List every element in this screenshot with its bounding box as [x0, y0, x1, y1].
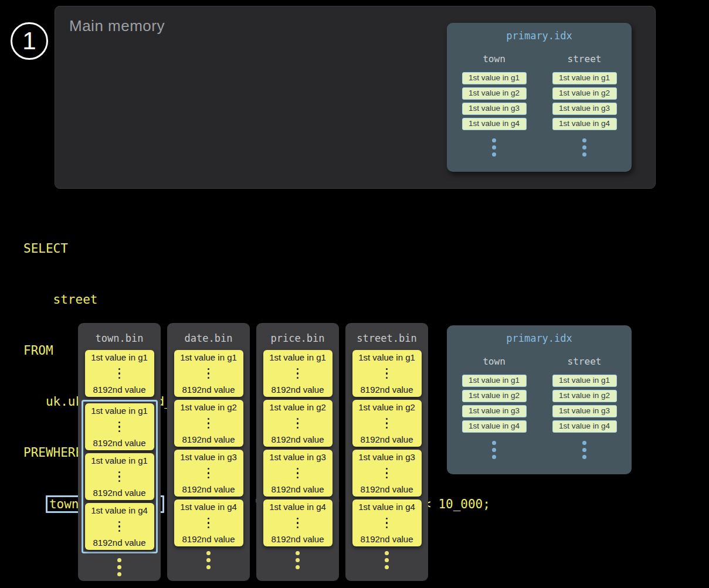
dot [208, 477, 210, 479]
dot [208, 377, 210, 379]
ellipsis-dots [78, 558, 161, 576]
ellipsis-dots [354, 368, 420, 379]
ellipsis-dots [264, 418, 331, 429]
dot [492, 441, 496, 445]
granule: 1st value in g4 8192nd value [85, 503, 154, 550]
ellipsis-dots [175, 468, 242, 479]
idx-entry: 1st value in g4 [462, 420, 527, 433]
idx-column-town-header: town [483, 356, 506, 367]
dot [208, 418, 210, 420]
granule-last-value: 8192nd value [264, 385, 331, 394]
granule: 1st value in g4 8192nd value [174, 499, 243, 546]
idx-column-town: town 1st value in g1 1st value in g2 1st… [462, 356, 527, 459]
ellipsis-dots [175, 418, 242, 429]
granule-last-value: 8192nd value [354, 485, 420, 494]
selected-granules-highlight: 1st value in g1 8192nd value 1st value i… [82, 400, 158, 553]
dot [582, 152, 586, 157]
dot [117, 572, 121, 576]
granule-last-value: 8192nd value [86, 385, 153, 394]
dot [386, 422, 388, 424]
idx-column-town-header: town [483, 53, 506, 64]
dot [297, 372, 299, 375]
granule-first-value: 1st value in g1 [264, 353, 331, 362]
granule-first-value: 1st value in g2 [264, 403, 331, 412]
granule-first-value: 1st value in g2 [175, 403, 242, 412]
dot [385, 551, 389, 555]
granule: 1st value in g4 8192nd value [352, 499, 422, 546]
dot [385, 558, 389, 562]
dot [297, 526, 299, 529]
primary-idx-columns: town 1st value in g1 1st value in g2 1st… [447, 356, 632, 459]
idx-entry: 1st value in g2 [462, 390, 527, 402]
dot [386, 427, 388, 429]
granule-last-value: 8192nd value [86, 439, 153, 447]
idx-column-street: street 1st value in g1 1st value in g2 1… [552, 53, 618, 157]
dot [492, 138, 496, 142]
granule: 1st value in g1 8192nd value [85, 350, 154, 397]
main-memory-title: Main memory [69, 17, 165, 35]
dot [386, 468, 388, 470]
dot [118, 430, 121, 433]
dot [492, 455, 496, 459]
dot [118, 521, 121, 524]
dot [208, 518, 210, 520]
ellipsis-dots [256, 551, 339, 569]
granule: 1st value in g3 8192nd value [174, 450, 243, 497]
ellipsis-dots [86, 422, 153, 433]
dot [206, 565, 211, 569]
dot [297, 377, 299, 379]
ellipsis-dots [582, 441, 586, 459]
bin-file-date-name: date.bin [167, 323, 250, 344]
dot [118, 530, 121, 532]
bin-file-street: street.bin 1st value in g1 8192nd value … [345, 323, 428, 581]
dot [297, 422, 299, 424]
granule-first-value: 1st value in g4 [354, 502, 420, 511]
idx-entry: 1st value in g1 [462, 375, 527, 387]
ellipsis-dots [175, 518, 242, 529]
granule: 1st value in g3 8192nd value [263, 450, 333, 497]
granule-last-value: 8192nd value [86, 538, 153, 547]
idx-column-street: street 1st value in g1 1st value in g2 1… [552, 356, 618, 459]
primary-idx-columns: town 1st value in g1 1st value in g2 1st… [447, 53, 632, 157]
dot [297, 418, 299, 420]
dot [208, 427, 210, 429]
dot [386, 526, 388, 529]
ellipsis-dots [175, 368, 242, 379]
dot [208, 522, 210, 524]
dot [582, 455, 586, 459]
ellipsis-dots [86, 368, 153, 379]
ellipsis-dots [345, 551, 428, 569]
dot [296, 565, 300, 569]
dot [118, 471, 121, 474]
dot [117, 558, 121, 562]
granule-last-value: 8192nd value [175, 535, 242, 543]
granule: 1st value in g1 8192nd value [263, 350, 333, 397]
granule-first-value: 1st value in g1 [86, 353, 153, 362]
ellipsis-dots [86, 471, 153, 482]
dot [492, 145, 496, 149]
idx-entry: 1st value in g1 [462, 72, 527, 84]
granule-first-value: 1st value in g4 [86, 506, 153, 515]
sql-select-column: street [23, 291, 490, 308]
idx-entry: 1st value in g2 [552, 390, 617, 402]
ellipsis-dots [582, 138, 586, 157]
dot [386, 368, 388, 371]
dot [582, 448, 586, 452]
dot [386, 418, 388, 420]
granule: 1st value in g1 8192nd value [352, 350, 422, 397]
ellipsis-dots [86, 521, 153, 532]
granule: 1st value in g2 8192nd value [263, 400, 333, 447]
dot [118, 422, 121, 424]
granule: 1st value in g4 8192nd value [263, 499, 333, 546]
ellipsis-dots [354, 418, 420, 429]
dot [206, 551, 211, 555]
dot [118, 475, 121, 478]
granule-first-value: 1st value in g4 [264, 502, 331, 511]
primary-idx-title: primary.idx [447, 23, 632, 42]
granule-last-value: 8192nd value [86, 488, 153, 497]
bin-file-date: date.bin 1st value in g1 8192nd value 1s… [167, 323, 250, 581]
granule: 1st value in g1 8192nd value [85, 403, 154, 450]
granule-first-value: 1st value in g1 [86, 406, 153, 415]
dot [296, 558, 300, 562]
ellipsis-dots [264, 518, 331, 529]
